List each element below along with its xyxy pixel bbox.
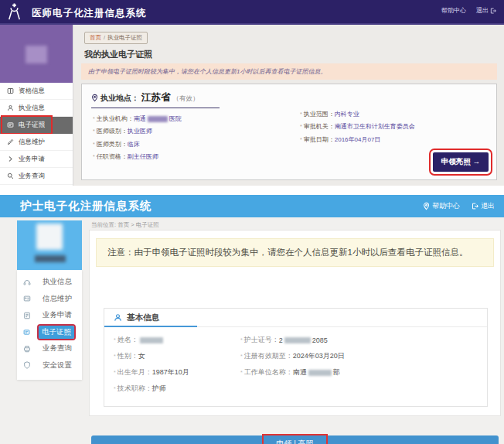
field-marker: * (93, 116, 95, 121)
doctor-avatar (26, 46, 47, 63)
practice-location-value: 江苏省 (141, 91, 171, 104)
field-label: 医师级别： (97, 127, 128, 135)
sidebar-item-practice-info[interactable]: 执业信息 (0, 100, 73, 117)
nurse-header-links: 帮助中心 退出 (423, 201, 495, 211)
doctor-notice-banner: 由于申领电子证照时段较为集中，请您在个人信息更新1小时以后再查看电子证照信息。 (81, 63, 497, 80)
sidebar-item-label: 信息维护 (19, 138, 45, 147)
basic-info-title: 基本信息 (127, 313, 159, 323)
field-row: *审批日期：2016年04月07日 (300, 133, 415, 146)
field-marker: * (300, 111, 302, 117)
basic-info-card: 基本信息 *姓名：*性别：女*出生年月：1987年10月*技术职称：护师 *护士… (104, 308, 488, 407)
search-icon (7, 172, 14, 179)
sidebar-item-label: 业务申请 (39, 309, 75, 322)
sidebar-item-label: 安全设置 (39, 359, 75, 372)
field-marker: * (114, 337, 116, 343)
doctor-app-title: 医师电子化注册信息系统 (32, 7, 147, 20)
field-row: *护士证号：22085 (240, 332, 345, 348)
field-row: *医师级别：执业医师 (93, 125, 182, 138)
field-label: 出生年月： (117, 367, 152, 377)
sidebar-item-security-settings[interactable]: 安全设置 (17, 357, 82, 374)
license-icon (23, 329, 30, 336)
sidebar-item-info-maintenance[interactable]: 信息维护 (17, 291, 82, 308)
person-icon (7, 104, 14, 111)
field-value: 执业医师 (128, 127, 152, 135)
sidebar-item-business-query[interactable]: 业务查询 (17, 340, 82, 357)
field-row: *工作单位名称：南通部 (240, 364, 345, 381)
sidebar-item-business-apply[interactable]: 业务申请 (0, 151, 73, 168)
field-row: *执业范围：内科专业 (300, 108, 415, 121)
chevron-right-icon (7, 155, 14, 162)
sidebar-item-label: 电子证照 (39, 326, 74, 339)
sidebar-item-info-maintenance[interactable]: 信息维护 (0, 134, 73, 151)
sidebar-item-label: 业务查询 (39, 342, 75, 355)
breadcrumb: 首页/执业电子证照 (84, 32, 148, 44)
field-row: *医师类别：临床 (93, 138, 182, 151)
field-value: 护师 (152, 384, 166, 394)
doctor-sidebar-menu: 资格信息执业信息电子证照信息维护业务申请业务查询 (0, 83, 73, 185)
nurse-sidebar-menu: 执业信息信息维护业务申请电子证照业务查询安全设置 (17, 270, 82, 380)
page-title: 我的执业电子证照 (84, 49, 152, 60)
logout-icon (472, 203, 478, 210)
nurse-avatar-box (17, 220, 82, 270)
doctor-logout-link[interactable]: 退出 (476, 6, 496, 15)
field-value: 副主任医师 (128, 152, 158, 161)
field-label: 医师类别： (97, 140, 128, 149)
field-value: 2024年03月20日 (293, 351, 345, 361)
license-status: （有效） (173, 94, 199, 104)
nurse-help-link[interactable]: 帮助中心 (423, 201, 460, 211)
field-label: 技术职称： (117, 384, 152, 394)
field-value: 南通部 (293, 367, 340, 377)
field-marker: * (93, 128, 95, 134)
field-marker: * (114, 386, 116, 391)
field-row: *主执业机构：南通医院 (93, 112, 182, 125)
field-row: *任职资格：副主任医师 (93, 151, 182, 164)
field-label: 工作单位名称： (244, 367, 293, 377)
nurse-logout-link[interactable]: 退出 (472, 201, 495, 211)
field-marker: * (93, 154, 95, 159)
breadcrumb-home-link[interactable]: 首页 (90, 34, 101, 41)
field-marker: * (240, 370, 243, 375)
basic-info-fields-left: *姓名：*性别：女*出生年月：1987年10月*技术职称：护师 (114, 332, 189, 397)
form-icon (23, 312, 31, 319)
doctor-logo-icon (4, 2, 25, 22)
field-value: 临床 (128, 140, 140, 149)
sidebar-item-practice-info[interactable]: 执业信息 (17, 274, 82, 291)
doctor-header-links: 帮助中心 退出 (441, 6, 496, 15)
sidebar-item-label: 执业信息 (19, 104, 45, 113)
id-card-icon (23, 295, 31, 302)
apply-show-license-button[interactable]: 申领亮照 → (433, 152, 489, 172)
field-marker: * (114, 353, 116, 359)
sidebar-item-business-query[interactable]: 业务查询 (0, 168, 73, 185)
field-value: 内科专业 (335, 110, 359, 118)
redacted-text (284, 337, 311, 343)
field-marker: * (240, 337, 243, 343)
field-row: *审批机关：南通市卫生和计划生育委员会 (300, 121, 415, 134)
basic-info-fields-right: *护士证号：22085*注册有效期至：2024年03月20日*工作单位名称：南通… (240, 332, 345, 381)
redacted-text (140, 337, 163, 343)
field-marker: * (240, 353, 243, 359)
breadcrumb: 当前位置: 首页 > 电子证照 (91, 221, 159, 229)
doctor-help-link[interactable]: 帮助中心 (441, 6, 466, 15)
sidebar-item-e-license[interactable]: 电子证照 (0, 117, 73, 134)
field-value: 22085 (279, 336, 328, 344)
location-pin-icon (423, 202, 430, 210)
practice-location-title: 执业地点： 江苏省 （有效） (91, 91, 220, 108)
field-value: 南通医院 (134, 114, 182, 123)
doctor-sidebar: 资格信息执业信息电子证照信息维护业务申请业务查询 (0, 25, 73, 186)
sidebar-item-label: 业务申请 (19, 155, 45, 164)
doctor-main-content: 首页/执业电子证照 我的执业电子证照 由于申领电子证照时段较为集中，请您在个人信… (73, 25, 504, 186)
nurse-app-title: 护士电子化注册信息系统 (20, 199, 152, 213)
sidebar-item-qualification-info[interactable]: 资格信息 (0, 83, 73, 100)
sidebar-item-business-apply[interactable]: 业务申请 (17, 307, 82, 324)
sidebar-item-e-license[interactable]: 电子证照 (17, 324, 82, 341)
nurse-sidebar: 执业信息信息维护业务申请电子证照业务查询安全设置 (17, 220, 82, 380)
sidebar-item-label: 信息维护 (39, 292, 75, 306)
license-fields-right: *执业范围：内科专业*审批机关：南通市卫生和计划生育委员会*审批日期：2016年… (300, 108, 415, 146)
sidebar-item-label: 执业信息 (39, 275, 75, 289)
nurse-notice-banner: 注意：由于申领电子证照时段较为集中，请您在个人信息更新1小时以后查看电子证照信息… (96, 238, 494, 267)
shield-icon (23, 361, 31, 369)
field-label: 姓名： (117, 335, 138, 345)
apply-show-license-button[interactable]: 申领 | 亮照 (91, 435, 499, 444)
license-icon (7, 121, 14, 128)
field-value (138, 336, 165, 344)
